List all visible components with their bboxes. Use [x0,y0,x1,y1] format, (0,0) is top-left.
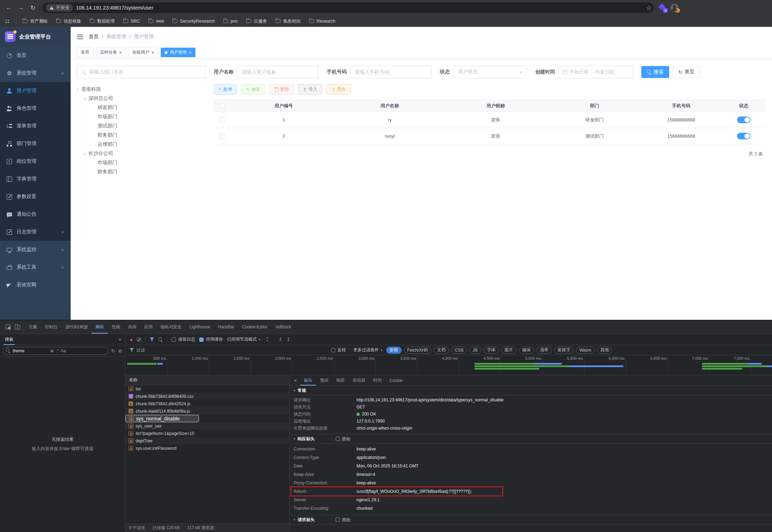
chip-media[interactable]: 媒体 [519,347,534,354]
dept-search-input[interactable]: 请输入部门名称 [77,66,206,78]
network-conditions-icon[interactable] [265,337,270,341]
chip-css[interactable]: CSS [451,347,467,354]
sidebar-item-dict[interactable]: 字典管理 [0,170,71,188]
username-input[interactable] [237,66,318,78]
tree-node[interactable]: ▾长沙分公司 [77,149,206,158]
tree-caret-icon[interactable]: ▾ [84,152,86,156]
devtools-tab-memory[interactable]: 内存 [124,320,140,334]
close-icon[interactable]: × [118,336,122,342]
devtools-tab-hackbar[interactable]: HackBar [214,320,238,334]
details-tab-timing[interactable]: 时间 [370,375,385,385]
sidebar-item-posts[interactable]: 岗位管理 [0,153,71,170]
bookmark-folder[interactable]: 数据处理 [90,18,115,24]
devtools-tab-lighthouse[interactable]: Lighthouse [185,320,214,334]
tree-node[interactable]: 运维部门 [77,140,206,149]
clear-network-log-icon[interactable] [137,337,141,342]
inspect-element-icon[interactable] [6,324,11,329]
row-checkbox[interactable] [220,118,225,122]
status-select[interactable]: 用户状态∨ [453,66,527,78]
chip-other[interactable]: 其他 [597,347,612,354]
tree-caret-icon[interactable]: ▾ [77,88,79,91]
preserve-log-checkbox[interactable]: 保留日志 [172,336,195,342]
request-row-selected[interactable]: sys_normal_disable [125,415,199,422]
bookmark-folder[interactable]: SRC [123,19,140,24]
request-row[interactable]: list?pageNum=1&pageSize=10 [125,430,289,437]
chip-fetch-xhr[interactable]: Fetch/XHR [404,347,432,354]
tree-node[interactable]: 财务部门 [77,167,206,177]
record-icon[interactable]: ● [130,337,132,342]
general-section-header[interactable]: ▾ 常规 [290,386,772,395]
select-all-checkbox[interactable] [220,103,225,108]
details-tab-preview[interactable]: 预览 [317,375,332,385]
network-filter-input[interactable] [130,348,328,353]
request-row[interactable]: sys_user_sex [125,422,289,430]
more-filters-dropdown[interactable]: 更多过滤条件▾ [353,347,383,353]
throttling-dropdown[interactable]: 已停用节流模式▾ [227,336,260,342]
profile-avatar[interactable]: 1 [671,4,678,12]
bookmark-folder[interactable]: 信息收集 [56,18,81,24]
bookmark-star-icon[interactable]: ☆ [646,4,652,12]
chip-img[interactable]: 图片 [501,347,517,354]
close-icon[interactable]: × [119,50,122,55]
details-tab-cookies[interactable]: Cookie [386,375,406,385]
filter-field[interactable] [136,348,306,353]
apps-grid-icon[interactable] [5,19,10,24]
add-button[interactable]: +新增 [214,84,237,95]
tree-node[interactable]: 测试部门 [77,121,206,131]
raw-headers-checkbox[interactable]: 原始 [336,517,350,523]
devtools-tab-cookie-editor[interactable]: Cookie-Editor [238,320,272,334]
tree-node[interactable]: ▾若依科技 [77,85,206,94]
request-row[interactable]: list [125,385,289,393]
reset-button[interactable]: ↻重置 [673,66,700,78]
import-button[interactable]: ↥导入 [298,84,322,95]
chip-js[interactable]: JS [469,347,481,354]
invert-checkbox[interactable]: 反转 [331,347,346,353]
tag-scheduled-tasks[interactable]: 定时任务× [96,48,126,57]
delete-button[interactable]: 删除 [270,84,294,95]
devtools-search-input[interactable]: ⊗ .* Aa [3,347,108,355]
devtools-tab-adblock[interactable]: AdBlock [272,320,295,334]
tree-caret-icon[interactable]: ▾ [84,97,86,101]
devtools-tab-sources[interactable]: 源代码/来源 [61,320,92,334]
devtools-tab-network[interactable]: 网络 [92,320,108,334]
tree-node[interactable]: 市场部门 [77,158,206,167]
match-case-toggle[interactable]: Aa [61,348,66,353]
search-button[interactable]: 搜索 [641,66,669,78]
table-row[interactable]: 2 ruoyi 若依 测试部门 15666666666 [214,128,766,144]
filter-funnel-icon[interactable] [150,337,154,342]
clear-input-icon[interactable]: ⊗ [50,348,54,353]
close-details-icon[interactable]: × [291,375,300,385]
status-toggle[interactable] [737,133,750,139]
status-toggle[interactable] [737,116,750,123]
request-row[interactable]: sys.user.initPassword [125,444,289,452]
regex-toggle-icon[interactable]: .* [56,348,59,353]
sidebar-item-menus[interactable]: 菜单管理 [0,117,71,135]
close-icon[interactable]: × [152,50,154,55]
details-tab-response[interactable]: 响应 [333,375,348,385]
import-har-icon[interactable]: ↥ [278,337,282,342]
export-button[interactable]: ↧导出 [326,84,350,95]
clear-search-icon[interactable]: ⊘ [118,348,122,354]
bookmark-folder[interactable]: 免杀对抗 [276,18,301,24]
back-button[interactable]: ← [4,2,14,13]
request-row[interactable]: deptTree [125,437,289,444]
search-query-field[interactable] [13,348,48,353]
request-row[interactable]: chunk-4aebf114.90b4b09a.js [125,407,289,415]
tag-online-users[interactable]: 在线用户× [129,48,158,57]
sidebar-item-notice[interactable]: 通知公告 [0,205,71,223]
bookmark-folder[interactable]: web [148,19,164,24]
bookmark-folder[interactable]: 资产测绘 [23,18,48,24]
request-row[interactable]: chunk-5bb73842.dfe42524.js [125,400,289,407]
bookmark-folder[interactable]: 云服务 [246,18,267,24]
chip-wasm[interactable]: Wasm [576,347,595,354]
tag-user-management[interactable]: 用户管理× [161,48,195,57]
devtools-tab-privacy[interactable]: 隐私与安全 [157,320,185,334]
bookmark-folder[interactable]: poc [223,19,238,24]
devtools-tab-application[interactable]: 应用 [140,320,157,334]
address-bar[interactable]: 不安全 106.14.191.23:49617/system/user ☆ [42,2,654,13]
table-row[interactable]: 1 ry 若依 研发部门 15888888888 [214,112,766,128]
row-checkbox[interactable] [220,134,225,139]
sidebar-item-system[interactable]: ⚙系统管理∧ [0,64,71,82]
sidebar-item-depts[interactable]: 部门管理 [0,135,71,153]
network-timeline[interactable]: 500 ms1,000 ms1,500 ms2,000 ms2,500 ms3,… [125,355,772,375]
